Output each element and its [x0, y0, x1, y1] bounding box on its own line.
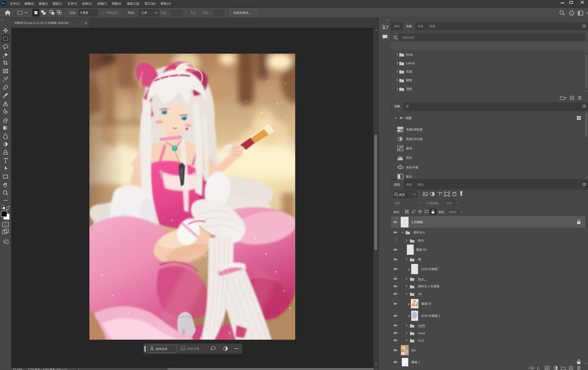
svg-text:CMYK: CMYK: [406, 61, 415, 65]
svg-text:fx: fx: [537, 366, 540, 370]
svg-text:HAIR: HAIR: [418, 324, 425, 327]
svg-text:CLO: CLO: [418, 339, 424, 342]
svg-text:face_: face_: [418, 277, 425, 280]
svg-text:SK: SK: [418, 292, 422, 296]
svg-text:stock: stock: [418, 331, 425, 335]
svg-text:RGB: RGB: [406, 53, 413, 56]
svg-text:33.33%: 33.33%: [13, 368, 22, 370]
svg-text:BG: BG: [411, 349, 416, 352]
